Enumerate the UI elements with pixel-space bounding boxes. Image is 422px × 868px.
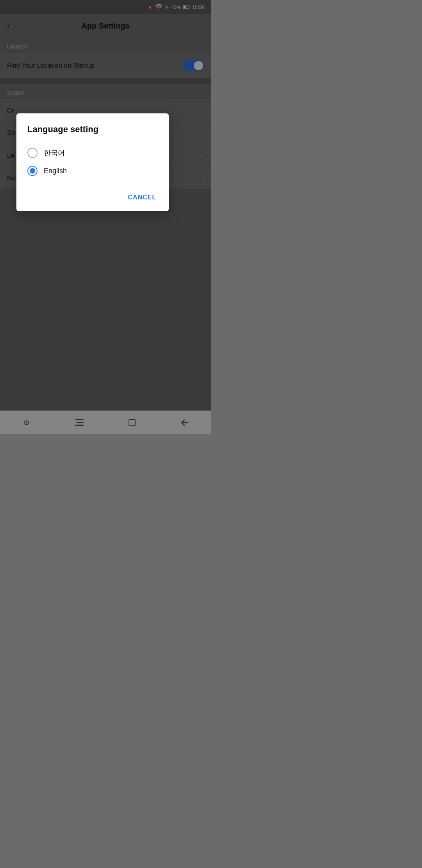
radio-circle-english xyxy=(27,166,38,176)
radio-option-korean[interactable]: 한국어 xyxy=(27,144,158,162)
dialog-actions: CANCEL xyxy=(27,188,158,204)
radio-circle-korean xyxy=(27,148,38,158)
modal-overlay xyxy=(0,0,211,434)
cancel-button[interactable]: CANCEL xyxy=(126,191,158,204)
dialog-title: Language setting xyxy=(27,124,158,135)
radio-inner-english xyxy=(30,168,35,174)
language-setting-dialog: Language setting 한국어 English CANCEL xyxy=(16,113,169,211)
radio-label-korean: 한국어 xyxy=(44,148,65,158)
radio-label-english: English xyxy=(44,167,67,175)
radio-option-english[interactable]: English xyxy=(27,162,158,180)
